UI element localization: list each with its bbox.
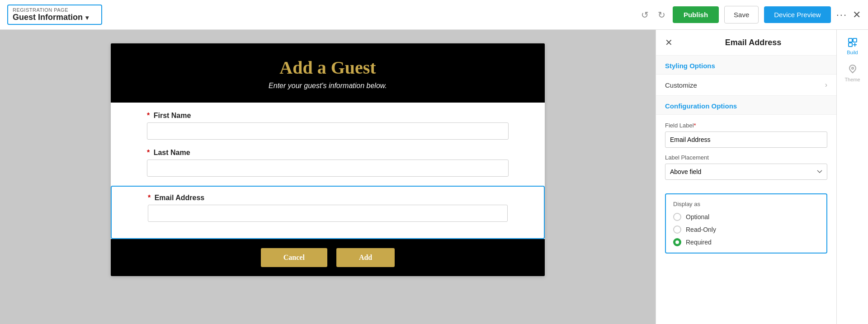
topbar-actions: ↺ ↻ Publish Save Device Preview ··· ✕: [639, 6, 861, 23]
topbar: REGISTRATION PAGE Guest Information ▾ ↺ …: [0, 0, 868, 30]
label-placement-select[interactable]: Above field: [665, 164, 827, 180]
undo-button[interactable]: ↺: [639, 8, 651, 22]
page-name: Guest Information ▾: [13, 13, 97, 22]
panel-header: ✕ Email Address: [656, 30, 836, 56]
styling-options-section: Styling Options: [656, 56, 836, 75]
form-body: * First Name * Last Name *: [111, 103, 545, 239]
display-as-box: Display as Optional Read-Only Required: [665, 193, 827, 254]
field-label-title: Field Label*: [665, 122, 827, 129]
page-label: REGISTRATION PAGE: [13, 7, 97, 13]
readonly-label: Read-Only: [686, 226, 716, 233]
publish-button[interactable]: Publish: [673, 6, 719, 23]
required-option[interactable]: Required: [673, 238, 819, 246]
form-header-subtitle: Enter your guest's information below.: [120, 82, 536, 90]
svg-rect-2: [849, 43, 852, 47]
optional-label: Optional: [686, 213, 709, 221]
email-field: * Email Address: [148, 194, 508, 222]
label-placement-title: Label Placement: [665, 154, 827, 161]
required-star-2: *: [147, 149, 150, 156]
page-selector[interactable]: REGISTRATION PAGE Guest Information ▾: [7, 5, 102, 25]
email-input[interactable]: [148, 205, 508, 222]
required-label: Required: [686, 239, 712, 246]
theme-label: Theme: [844, 77, 860, 82]
right-panel: ✕ Email Address Styling Options Customiz…: [656, 30, 836, 324]
config-section: Field Label* Label Placement Above field: [656, 115, 836, 187]
save-button[interactable]: Save: [724, 6, 759, 23]
required-star-3: *: [148, 194, 151, 202]
svg-rect-0: [849, 38, 852, 42]
panel-title: Email Address: [679, 38, 827, 47]
form-header-title: Add a Guest: [120, 57, 536, 78]
email-label: * Email Address: [148, 194, 508, 202]
cancel-button[interactable]: Cancel: [261, 248, 327, 267]
canvas-area: Add a Guest Enter your guest's informati…: [0, 30, 656, 324]
required-star: *: [147, 112, 150, 119]
last-name-input[interactable]: [147, 160, 509, 177]
close-top-button[interactable]: ✕: [853, 9, 861, 21]
last-name-label: * Last Name: [147, 149, 509, 157]
build-label: Build: [847, 50, 858, 55]
build-icon: [847, 37, 858, 48]
form-header: Add a Guest Enter your guest's informati…: [111, 43, 545, 103]
first-name-input[interactable]: [147, 122, 509, 140]
display-as-title: Display as: [673, 201, 819, 207]
chevron-down-icon: ▾: [85, 14, 89, 21]
redo-button[interactable]: ↻: [656, 8, 667, 22]
field-label-input[interactable]: [665, 131, 827, 148]
theme-icon: [847, 64, 858, 75]
add-button[interactable]: Add: [336, 248, 395, 267]
readonly-radio[interactable]: [673, 225, 681, 234]
more-options-button[interactable]: ···: [836, 9, 847, 21]
optional-option[interactable]: Optional: [673, 213, 819, 221]
first-name-field: * First Name: [147, 112, 509, 140]
device-preview-button[interactable]: Device Preview: [764, 6, 830, 23]
customize-row[interactable]: Customize ›: [656, 75, 836, 96]
svg-rect-1: [853, 38, 857, 42]
last-name-field: * Last Name: [147, 149, 509, 177]
form-card: Add a Guest Enter your guest's informati…: [111, 43, 545, 276]
first-name-label: * First Name: [147, 112, 509, 120]
readonly-option[interactable]: Read-Only: [673, 225, 819, 234]
form-footer: Cancel Add: [111, 239, 545, 276]
main-content: Add a Guest Enter your guest's informati…: [0, 30, 868, 324]
email-field-selected[interactable]: * Email Address: [111, 186, 545, 239]
theme-button[interactable]: Theme: [844, 64, 860, 82]
svg-point-5: [852, 67, 854, 69]
build-button[interactable]: Build: [847, 37, 858, 55]
required-radio[interactable]: [673, 238, 681, 246]
panel-close-button[interactable]: ✕: [665, 37, 673, 48]
optional-radio[interactable]: [673, 213, 681, 221]
chevron-right-icon: ›: [825, 81, 827, 89]
right-sidebar: Build Theme: [836, 30, 868, 324]
customize-label: Customize: [665, 81, 825, 89]
configuration-options-section: Configuration Options: [656, 96, 836, 115]
